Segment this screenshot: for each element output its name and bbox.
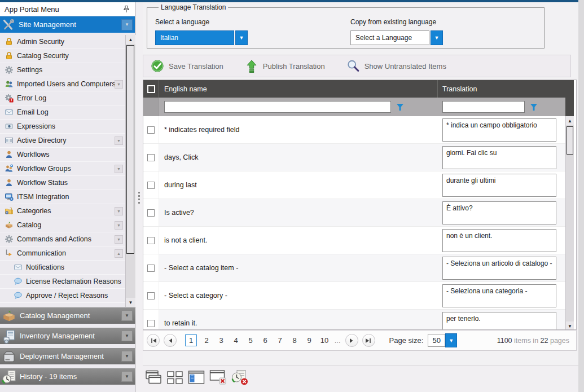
column-header-translation[interactable]: Translation (438, 80, 574, 98)
row-checkbox[interactable] (147, 209, 155, 217)
sidebar-item-categories[interactable]: Categories▼ (0, 204, 125, 218)
chevron-down-icon[interactable]: ▼ (115, 207, 123, 215)
page-number-4[interactable]: 4 (232, 336, 240, 345)
sidebar-splitter[interactable] (136, 2, 143, 392)
select-all-checkbox[interactable] (147, 85, 155, 93)
tile-windows-icon[interactable] (166, 369, 185, 386)
chevron-up-icon[interactable]: ▲ (115, 249, 123, 258)
sidebar-section-deployment-management[interactable]: Deployment Management▼ (0, 348, 135, 364)
chevron-down-icon[interactable]: ▼ (115, 80, 123, 89)
scroll-up-icon[interactable]: ▲ (126, 35, 135, 44)
translation-input[interactable] (442, 174, 556, 197)
translation-input[interactable] (442, 229, 556, 252)
sidebar-item-notifications[interactable]: Notifications (0, 261, 125, 275)
page-number-2[interactable]: 2 (203, 336, 210, 345)
page-number-5[interactable]: 5 (247, 336, 254, 345)
row-checkbox[interactable] (147, 265, 155, 272)
last-page-button[interactable] (362, 334, 375, 347)
language-select[interactable]: Italian ▼ (155, 30, 248, 45)
sidebar-item-imported-users-and-computers[interactable]: Imported Users and Computers▼ (0, 77, 125, 91)
scroll-down-icon[interactable]: ▼ (566, 321, 574, 330)
page-number-7[interactable]: 7 (276, 336, 284, 345)
copy-language-select-value[interactable]: Select a Language (350, 30, 429, 45)
save-translation-button[interactable]: Save Translation (151, 59, 223, 73)
sidebar-item-workflow-status[interactable]: Workflow Status (0, 176, 125, 190)
sidebar-item-expressions[interactable]: Expressions (0, 120, 125, 134)
sidebar-scrollbar[interactable]: ▲ ▼ (125, 35, 135, 307)
sidebar-item-error-log[interactable]: Error Log (0, 91, 125, 105)
sidebar-item-catalog[interactable]: Catalog▼ (0, 218, 125, 232)
row-checkbox[interactable] (147, 292, 155, 299)
translation-input[interactable] (442, 146, 556, 169)
delete-history-icon[interactable] (230, 369, 249, 386)
sidebar-item-settings[interactable]: Settings (0, 63, 125, 77)
english-filter-input[interactable] (164, 101, 391, 113)
pin-icon[interactable] (122, 5, 130, 13)
sidebar-item-email-log[interactable]: Email Log (0, 105, 125, 120)
row-checkbox[interactable] (147, 237, 155, 244)
scroll-up-icon[interactable]: ▲ (566, 116, 574, 125)
close-window-icon[interactable] (209, 369, 227, 386)
page-size-value[interactable]: 50 (428, 334, 445, 347)
sidebar-section-inventory-management[interactable]: Inventory Management▼ (0, 328, 135, 344)
page-number-1[interactable]: 1 (185, 334, 197, 346)
language-select-value[interactable]: Italian (155, 30, 234, 45)
sidebar-item-approve-reject-reasons[interactable]: Approve / Reject Reasons (0, 289, 125, 303)
sidebar-item-catalog-security[interactable]: Catalog Security (0, 49, 125, 63)
scrollbar-thumb[interactable] (567, 126, 573, 155)
chevron-down-icon[interactable]: ▼ (121, 331, 133, 341)
chevron-down-icon[interactable]: ▼ (445, 333, 457, 347)
cascade-windows-icon[interactable] (144, 369, 163, 386)
translation-input[interactable] (442, 257, 556, 280)
translation-input[interactable] (442, 312, 556, 330)
previous-page-button[interactable] (164, 334, 177, 347)
sidebar-item-itsm-integration[interactable]: ITSM Integration (0, 190, 125, 204)
translation-input[interactable] (442, 201, 556, 224)
show-untranslated-button[interactable]: Show Untranslated Items (346, 59, 446, 73)
sidebar-item-communication[interactable]: Communication▲ (0, 246, 125, 261)
row-checkbox[interactable] (147, 320, 155, 327)
scrollbar-thumb[interactable] (126, 45, 134, 254)
translation-filter-input[interactable] (442, 101, 525, 113)
filter-funnel-icon[interactable] (530, 103, 538, 111)
page-number-10[interactable]: 10 (320, 336, 328, 345)
chevron-down-icon[interactable]: ▼ (115, 136, 123, 145)
chevron-down-icon[interactable]: ▼ (235, 30, 248, 45)
sidebar-section-site-management[interactable]: Site Management ▼ (0, 16, 135, 33)
split-view-window-icon[interactable] (187, 369, 206, 386)
page-number-6[interactable]: 6 (262, 336, 269, 345)
chevron-down-icon[interactable]: ▼ (121, 310, 133, 321)
row-checkbox[interactable] (147, 182, 155, 189)
sidebar-item-admin-security[interactable]: Admin Security (0, 35, 125, 49)
sidebar-section-catalog-management[interactable]: Catalog Management▼ (0, 307, 135, 324)
translation-input[interactable] (442, 118, 556, 142)
sidebar-item-workflows[interactable]: Workflows (0, 148, 125, 162)
page-ellipsis[interactable]: ... (335, 336, 341, 345)
copy-language-select[interactable]: Select a Language ▼ (350, 30, 443, 45)
chevron-down-icon[interactable]: ▼ (115, 165, 123, 173)
chevron-down-icon[interactable]: ▼ (121, 371, 133, 382)
chevron-down-icon[interactable]: ▼ (115, 235, 123, 244)
filter-funnel-icon[interactable] (396, 103, 404, 111)
sidebar-item-active-directory[interactable]: Active Directory▼ (0, 134, 125, 148)
scroll-down-icon[interactable]: ▼ (126, 298, 135, 307)
first-page-button[interactable] (147, 334, 160, 347)
page-number-9[interactable]: 9 (306, 336, 313, 345)
sidebar-item-commands-and-actions[interactable]: Commands and Actions▼ (0, 232, 125, 246)
publish-translation-button[interactable]: Publish Translation (245, 59, 325, 73)
sidebar-item-workflow-groups[interactable]: Workflow Groups▼ (0, 162, 125, 176)
grid-scrollbar[interactable]: ▲ ▼ (565, 116, 574, 330)
next-page-button[interactable] (345, 334, 358, 347)
chevron-down-icon[interactable]: ▼ (121, 351, 133, 362)
sidebar-section-history-19-items[interactable]: History - 19 items▼ (0, 368, 135, 385)
translation-input[interactable] (442, 284, 556, 307)
column-header-english[interactable]: English name (159, 80, 438, 98)
chevron-down-icon[interactable]: ▼ (115, 221, 123, 230)
chevron-down-icon[interactable]: ▼ (121, 19, 133, 30)
sidebar-item-license-reclamation-reasons[interactable]: License Reclamation Reasons (0, 275, 125, 289)
page-number-3[interactable]: 3 (218, 336, 225, 345)
row-checkbox[interactable] (147, 154, 155, 161)
page-number-8[interactable]: 8 (291, 336, 298, 345)
row-checkbox[interactable] (147, 126, 155, 134)
chevron-down-icon[interactable]: ▼ (431, 30, 443, 45)
